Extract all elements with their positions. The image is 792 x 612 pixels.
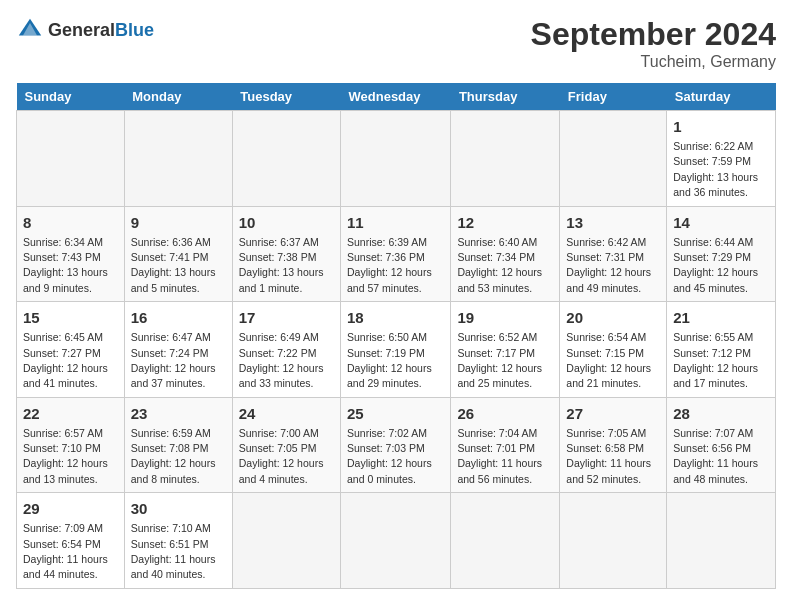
day-number: 11 (347, 212, 444, 233)
day-number: 28 (673, 403, 769, 424)
day-info: Sunrise: 6:37 AMSunset: 7:38 PMDaylight:… (239, 236, 324, 294)
calendar-cell: 10Sunrise: 6:37 AMSunset: 7:38 PMDayligh… (232, 206, 340, 302)
day-info: Sunrise: 6:36 AMSunset: 7:41 PMDaylight:… (131, 236, 216, 294)
day-number: 18 (347, 307, 444, 328)
calendar-cell: 29Sunrise: 7:09 AMSunset: 6:54 PMDayligh… (17, 493, 125, 589)
day-info: Sunrise: 7:04 AMSunset: 7:01 PMDaylight:… (457, 427, 542, 485)
calendar-header-row: Sunday Monday Tuesday Wednesday Thursday… (17, 83, 776, 111)
day-info: Sunrise: 6:59 AMSunset: 7:08 PMDaylight:… (131, 427, 216, 485)
day-number: 16 (131, 307, 226, 328)
day-number: 26 (457, 403, 553, 424)
day-info: Sunrise: 6:54 AMSunset: 7:15 PMDaylight:… (566, 331, 651, 389)
day-number: 12 (457, 212, 553, 233)
page-header: GeneralBlue September 2024 Tucheim, Germ… (16, 16, 776, 71)
day-info: Sunrise: 6:55 AMSunset: 7:12 PMDaylight:… (673, 331, 758, 389)
col-thursday: Thursday (451, 83, 560, 111)
calendar-cell (667, 493, 776, 589)
day-info: Sunrise: 6:42 AMSunset: 7:31 PMDaylight:… (566, 236, 651, 294)
calendar-cell: 30Sunrise: 7:10 AMSunset: 6:51 PMDayligh… (124, 493, 232, 589)
calendar-cell: 15Sunrise: 6:45 AMSunset: 7:27 PMDayligh… (17, 302, 125, 398)
calendar-cell: 18Sunrise: 6:50 AMSunset: 7:19 PMDayligh… (341, 302, 451, 398)
day-number: 30 (131, 498, 226, 519)
calendar-week-row: 8Sunrise: 6:34 AMSunset: 7:43 PMDaylight… (17, 206, 776, 302)
calendar-cell: 21Sunrise: 6:55 AMSunset: 7:12 PMDayligh… (667, 302, 776, 398)
day-info: Sunrise: 6:52 AMSunset: 7:17 PMDaylight:… (457, 331, 542, 389)
calendar-cell: 17Sunrise: 6:49 AMSunset: 7:22 PMDayligh… (232, 302, 340, 398)
calendar-cell (232, 111, 340, 207)
calendar-cell (451, 111, 560, 207)
calendar-cell (17, 111, 125, 207)
day-number: 20 (566, 307, 660, 328)
calendar-week-row: 22Sunrise: 6:57 AMSunset: 7:10 PMDayligh… (17, 397, 776, 493)
day-info: Sunrise: 7:09 AMSunset: 6:54 PMDaylight:… (23, 522, 108, 580)
col-monday: Monday (124, 83, 232, 111)
day-number: 15 (23, 307, 118, 328)
col-sunday: Sunday (17, 83, 125, 111)
title-area: September 2024 Tucheim, Germany (531, 16, 776, 71)
logo-text-blue: Blue (115, 20, 154, 40)
calendar-cell: 9Sunrise: 6:36 AMSunset: 7:41 PMDaylight… (124, 206, 232, 302)
month-title: September 2024 (531, 16, 776, 53)
day-number: 29 (23, 498, 118, 519)
calendar-cell: 23Sunrise: 6:59 AMSunset: 7:08 PMDayligh… (124, 397, 232, 493)
day-number: 23 (131, 403, 226, 424)
day-number: 1 (673, 116, 769, 137)
calendar-week-row: 1Sunrise: 6:22 AMSunset: 7:59 PMDaylight… (17, 111, 776, 207)
location-title: Tucheim, Germany (531, 53, 776, 71)
calendar-cell: 28Sunrise: 7:07 AMSunset: 6:56 PMDayligh… (667, 397, 776, 493)
day-info: Sunrise: 7:00 AMSunset: 7:05 PMDaylight:… (239, 427, 324, 485)
calendar-cell: 20Sunrise: 6:54 AMSunset: 7:15 PMDayligh… (560, 302, 667, 398)
calendar-cell: 8Sunrise: 6:34 AMSunset: 7:43 PMDaylight… (17, 206, 125, 302)
day-info: Sunrise: 6:22 AMSunset: 7:59 PMDaylight:… (673, 140, 758, 198)
day-info: Sunrise: 6:49 AMSunset: 7:22 PMDaylight:… (239, 331, 324, 389)
day-number: 22 (23, 403, 118, 424)
calendar-cell (341, 493, 451, 589)
col-friday: Friday (560, 83, 667, 111)
day-number: 19 (457, 307, 553, 328)
calendar-cell (560, 111, 667, 207)
day-info: Sunrise: 7:07 AMSunset: 6:56 PMDaylight:… (673, 427, 758, 485)
logo: GeneralBlue (16, 16, 154, 44)
day-number: 17 (239, 307, 334, 328)
calendar-cell: 11Sunrise: 6:39 AMSunset: 7:36 PMDayligh… (341, 206, 451, 302)
calendar-cell (341, 111, 451, 207)
col-saturday: Saturday (667, 83, 776, 111)
calendar-cell: 26Sunrise: 7:04 AMSunset: 7:01 PMDayligh… (451, 397, 560, 493)
day-number: 8 (23, 212, 118, 233)
calendar-cell: 14Sunrise: 6:44 AMSunset: 7:29 PMDayligh… (667, 206, 776, 302)
calendar-cell: 19Sunrise: 6:52 AMSunset: 7:17 PMDayligh… (451, 302, 560, 398)
calendar-cell: 22Sunrise: 6:57 AMSunset: 7:10 PMDayligh… (17, 397, 125, 493)
day-number: 24 (239, 403, 334, 424)
day-info: Sunrise: 6:50 AMSunset: 7:19 PMDaylight:… (347, 331, 432, 389)
calendar-cell: 12Sunrise: 6:40 AMSunset: 7:34 PMDayligh… (451, 206, 560, 302)
day-number: 27 (566, 403, 660, 424)
calendar-cell (232, 493, 340, 589)
calendar-cell: 25Sunrise: 7:02 AMSunset: 7:03 PMDayligh… (341, 397, 451, 493)
day-number: 13 (566, 212, 660, 233)
day-info: Sunrise: 6:39 AMSunset: 7:36 PMDaylight:… (347, 236, 432, 294)
calendar-cell: 16Sunrise: 6:47 AMSunset: 7:24 PMDayligh… (124, 302, 232, 398)
day-info: Sunrise: 6:44 AMSunset: 7:29 PMDaylight:… (673, 236, 758, 294)
calendar-cell (451, 493, 560, 589)
day-number: 9 (131, 212, 226, 233)
day-number: 25 (347, 403, 444, 424)
day-info: Sunrise: 7:10 AMSunset: 6:51 PMDaylight:… (131, 522, 216, 580)
logo-icon (16, 16, 44, 44)
day-number: 10 (239, 212, 334, 233)
day-info: Sunrise: 6:45 AMSunset: 7:27 PMDaylight:… (23, 331, 108, 389)
calendar-cell (560, 493, 667, 589)
day-info: Sunrise: 7:05 AMSunset: 6:58 PMDaylight:… (566, 427, 651, 485)
calendar-cell (124, 111, 232, 207)
calendar-cell: 13Sunrise: 6:42 AMSunset: 7:31 PMDayligh… (560, 206, 667, 302)
day-number: 14 (673, 212, 769, 233)
logo-text-general: General (48, 20, 115, 40)
day-number: 21 (673, 307, 769, 328)
day-info: Sunrise: 6:40 AMSunset: 7:34 PMDaylight:… (457, 236, 542, 294)
day-info: Sunrise: 6:57 AMSunset: 7:10 PMDaylight:… (23, 427, 108, 485)
calendar-table: Sunday Monday Tuesday Wednesday Thursday… (16, 83, 776, 589)
day-info: Sunrise: 6:34 AMSunset: 7:43 PMDaylight:… (23, 236, 108, 294)
col-wednesday: Wednesday (341, 83, 451, 111)
day-info: Sunrise: 7:02 AMSunset: 7:03 PMDaylight:… (347, 427, 432, 485)
calendar-week-row: 29Sunrise: 7:09 AMSunset: 6:54 PMDayligh… (17, 493, 776, 589)
calendar-cell: 1Sunrise: 6:22 AMSunset: 7:59 PMDaylight… (667, 111, 776, 207)
